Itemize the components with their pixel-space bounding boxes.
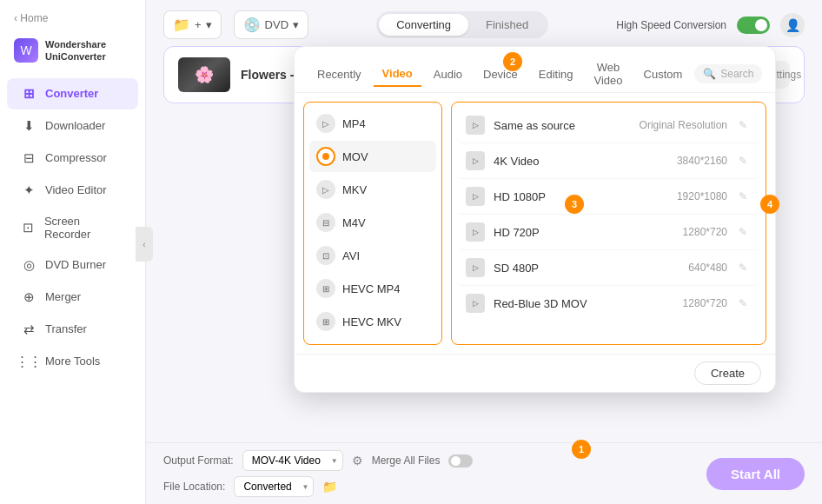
format-item-avi[interactable]: ⊡ AVI: [309, 240, 436, 271]
tab-recently[interactable]: Recently: [308, 63, 370, 86]
res-item-720p[interactable]: ▷ HD 720P 1280*720 ✎: [457, 215, 760, 250]
content-area: ‹ 🌸 Flowers - 66823 📋 Convert ⚙ Settings…: [146, 46, 822, 442]
format-item-mov[interactable]: MOV: [309, 141, 436, 172]
dropdown-body: 3 ▷ MP4 MOV ▷ MKV ⊟ M4V: [295, 93, 775, 354]
sidebar-item-converter[interactable]: ⊞ Converter: [7, 78, 138, 109]
format-label: HEVC MKV: [342, 315, 401, 328]
format-settings-icon[interactable]: ⚙: [352, 454, 363, 468]
sidebar-nav: ⊞ Converter ⬇ Downloader ⊟ Compressor ✦ …: [0, 74, 145, 504]
app-name: Wondershare UniConverter: [45, 38, 106, 63]
badge-1: 1: [572, 440, 591, 459]
sidebar-item-label: DVD Burner: [45, 258, 106, 271]
start-all-button[interactable]: Start All: [706, 458, 805, 490]
topbar-right: High Speed Conversion 👤: [616, 13, 805, 37]
tab-editing[interactable]: Editing: [530, 63, 582, 86]
format-label: MP4: [342, 117, 366, 130]
m4v-icon: ⊟: [316, 213, 335, 232]
format-item-hevc-mkv[interactable]: ⊞ HEVC MKV: [309, 306, 436, 337]
sidebar-item-video-editor[interactable]: ✦ Video Editor: [7, 175, 138, 206]
tab-custom[interactable]: Custom: [635, 63, 692, 86]
topbar-left: 📁 + ▾ 💿 DVD ▾: [163, 10, 308, 39]
sidebar-item-screen-recorder[interactable]: ⊡ Screen Recorder: [7, 207, 138, 249]
format-label: HEVC MP4: [342, 282, 400, 295]
res-name: Same as source: [494, 119, 640, 132]
tab-finished[interactable]: Finished: [468, 14, 546, 36]
res-name: Red-Blue 3D MOV: [494, 297, 683, 310]
collapse-sidebar-arrow[interactable]: ‹: [136, 227, 153, 262]
format-label: MOV: [342, 150, 368, 163]
edit-icon[interactable]: ✎: [734, 259, 752, 276]
res-name: SD 480P: [494, 262, 688, 275]
output-format-row: Output Format: MOV-4K Video ⚙ Merge All …: [163, 450, 473, 471]
res-dim: Original Resolution: [640, 119, 727, 131]
sidebar-item-merger[interactable]: ⊕ Merger: [7, 282, 138, 313]
sidebar-item-transfer[interactable]: ⇄ Transfer: [7, 314, 138, 345]
dropdown-tabs: Recently Video Audio Device Editing Web …: [295, 47, 775, 93]
edit-icon[interactable]: ✎: [734, 188, 752, 205]
tab-converting[interactable]: Converting: [379, 14, 468, 36]
hevc-mp4-icon: ⊞: [316, 279, 335, 298]
add-dvd-button[interactable]: 💿 DVD ▾: [234, 10, 308, 39]
topbar: 📁 + ▾ 💿 DVD ▾ Converting Finished High S…: [146, 0, 822, 46]
avatar[interactable]: 👤: [780, 13, 805, 37]
sidebar-item-more-tools[interactable]: ⋮⋮ More Tools: [7, 346, 138, 377]
sidebar-item-label: Downloader: [45, 119, 105, 132]
app-logo: W: [14, 38, 38, 63]
sidebar-item-label: More Tools: [45, 355, 100, 368]
sidebar-item-downloader[interactable]: ⬇ Downloader: [7, 110, 138, 142]
tab-web-video[interactable]: Web Video: [586, 56, 632, 92]
create-button[interactable]: Create: [694, 361, 761, 385]
res-item-480p[interactable]: ▷ SD 480P 640*480 ✎: [457, 250, 760, 286]
edit-icon[interactable]: ✎: [734, 152, 752, 169]
res-item-same-source[interactable]: ▷ Same as source Original Resolution ✎: [457, 108, 760, 143]
dvd-burner-icon: ◎: [21, 257, 36, 273]
res-item-1080p[interactable]: ▷ HD 1080P 1920*1080 ✎: [457, 179, 760, 215]
dvd-btn-label: DVD: [265, 18, 288, 31]
output-format-select[interactable]: MOV-4K Video: [242, 450, 343, 471]
res-icon: ▷: [466, 116, 485, 135]
file-location-select[interactable]: Converted: [234, 476, 314, 497]
res-item-4k[interactable]: ▷ 4K Video 3840*2160 ✎: [457, 143, 760, 179]
res-icon: ▷: [466, 258, 485, 277]
main-content: 📁 + ▾ 💿 DVD ▾ Converting Finished High S…: [146, 0, 822, 504]
sidebar-item-label: Converter: [45, 87, 98, 100]
tab-device[interactable]: Device: [474, 63, 527, 86]
file-location-label: File Location:: [163, 481, 225, 493]
res-dim: 1920*1080: [677, 190, 727, 202]
edit-icon[interactable]: ✎: [734, 295, 752, 312]
mkv-icon: ▷: [316, 180, 335, 199]
edit-icon[interactable]: ✎: [734, 223, 752, 241]
edit-icon[interactable]: ✎: [734, 116, 752, 134]
screen-recorder-icon: ⊡: [21, 220, 36, 235]
converter-icon: ⊞: [21, 86, 36, 102]
output-format-select-wrapper: MOV-4K Video: [242, 450, 343, 471]
sidebar: ‹ Home W Wondershare UniConverter ⊞ Conv…: [0, 0, 146, 504]
format-item-mkv[interactable]: ▷ MKV: [309, 174, 436, 205]
file-location-select-wrapper: Converted: [234, 476, 314, 497]
add-btn-label: +: [195, 18, 202, 31]
sidebar-item-label: Merger: [45, 290, 81, 303]
format-item-hevc-mp4[interactable]: ⊞ HEVC MP4: [309, 273, 436, 304]
add-file-button[interactable]: 📁 + ▾: [163, 10, 222, 39]
search-box[interactable]: 🔍 Search: [694, 64, 762, 83]
format-item-m4v[interactable]: ⊟ M4V: [309, 207, 436, 238]
sidebar-item-dvd-burner[interactable]: ◎ DVD Burner: [7, 249, 138, 281]
bottom-bar: Output Format: MOV-4K Video ⚙ Merge All …: [146, 442, 822, 504]
res-item-3d-mov[interactable]: ▷ Red-Blue 3D MOV 1280*720 ✎: [457, 286, 760, 321]
format-label: M4V: [342, 216, 366, 229]
format-item-mp4[interactable]: ▷ MP4: [309, 108, 436, 139]
hevc-mkv-icon: ⊞: [316, 312, 335, 331]
search-icon: 🔍: [703, 68, 716, 80]
res-icon: ▷: [466, 151, 485, 170]
home-link[interactable]: ‹ Home: [14, 12, 48, 24]
merge-toggle[interactable]: [448, 454, 473, 468]
sidebar-item-label: Compressor: [45, 151, 107, 164]
high-speed-toggle[interactable]: [737, 17, 770, 34]
sidebar-item-compressor[interactable]: ⊟ Compressor: [7, 143, 138, 174]
tab-audio[interactable]: Audio: [425, 63, 471, 86]
output-format-label: Output Format:: [163, 454, 234, 467]
folder-icon[interactable]: 📁: [322, 480, 337, 494]
format-label: MKV: [342, 183, 367, 196]
tab-video[interactable]: Video: [374, 62, 421, 87]
sidebar-item-label: Screen Recorder: [44, 215, 124, 241]
